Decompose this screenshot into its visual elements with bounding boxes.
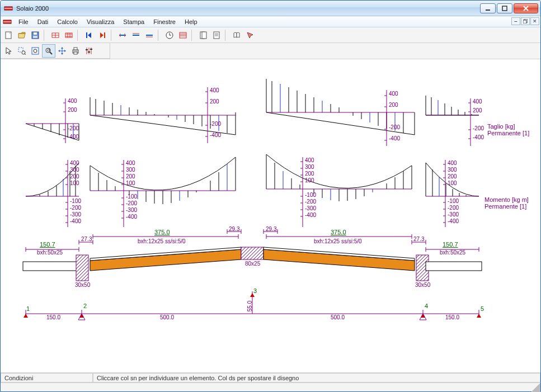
window-title: Solaio 2000 (16, 5, 480, 12)
tick: -200 (210, 121, 221, 127)
maximize-button[interactable] (497, 3, 512, 13)
svg-rect-25 (104, 32, 105, 38)
status-left: Condizioni (1, 373, 93, 382)
node-5: 5 (481, 305, 484, 312)
svg-rect-256 (241, 247, 264, 259)
beam3-button[interactable] (143, 29, 156, 42)
pan-button[interactable] (55, 44, 69, 58)
svg-rect-66 (86, 49, 88, 50)
tick: 400 (68, 98, 77, 104)
support-right-label: 30x50 (415, 282, 430, 288)
page-button[interactable] (210, 29, 223, 42)
tick: -400 (70, 218, 81, 224)
menu-dati[interactable]: Dati (33, 17, 53, 26)
svg-line-48 (25, 54, 26, 55)
menu-visualizza[interactable]: Visualizza (82, 17, 119, 26)
tick: -100 (448, 198, 459, 204)
tick: 200 (210, 98, 219, 105)
tick: -100 (305, 192, 316, 198)
tick: 200 (473, 107, 482, 114)
tick: -400 (126, 214, 137, 220)
nav-last-button[interactable] (96, 29, 109, 42)
tick: -100 (70, 198, 81, 204)
tick: -200 (305, 199, 316, 205)
close-button[interactable] (514, 3, 538, 13)
zoom-realtime-button[interactable]: a (42, 44, 55, 58)
axis-dim-2: 500.0 (160, 314, 174, 320)
save-button[interactable] (29, 29, 42, 42)
tick: -300 (305, 205, 316, 211)
svg-point-50 (34, 49, 37, 53)
clock-button[interactable] (163, 29, 176, 42)
center-label: 80x25 (245, 261, 260, 267)
mdi-close-button[interactable]: ✕ (530, 17, 539, 25)
doc-button[interactable] (196, 29, 210, 42)
dim-span2: 375.0 (331, 229, 346, 235)
tick: -400 (68, 134, 79, 140)
node-2: 2 (83, 303, 87, 309)
svg-marker-268 (23, 314, 28, 318)
settings-button[interactable] (82, 44, 96, 58)
svg-rect-68 (90, 49, 92, 50)
svg-rect-249 (23, 262, 79, 271)
svg-rect-23 (86, 32, 87, 38)
new-button[interactable] (2, 29, 15, 42)
tick: 400 (389, 91, 398, 97)
tick: 100 (70, 180, 79, 186)
node-3: 3 (253, 287, 257, 294)
tick: -200 (473, 125, 484, 131)
menu-help[interactable]: Help (180, 17, 202, 26)
tick: 300 (70, 167, 79, 173)
tick: -200 (126, 200, 137, 206)
zoom-window-button[interactable] (15, 44, 29, 58)
tick: 200 (389, 102, 398, 108)
scroll-corner (1, 382, 540, 391)
axis-center-h: 55.0 (247, 301, 253, 311)
titlebar[interactable]: Solaio 2000 (1, 1, 540, 16)
tick: 100 (448, 180, 457, 186)
dim-right-cant-sub: bxh:50x25 (440, 249, 465, 256)
table-button[interactable] (176, 29, 190, 42)
mdi-restore-button[interactable] (521, 17, 530, 25)
mdi-minimize-button[interactable]: ‒ (511, 17, 520, 25)
tick: 400 (210, 87, 219, 93)
menu-stampa[interactable]: Stampa (119, 17, 149, 26)
mdi-controls: ‒ ✕ (511, 17, 539, 25)
tick: -200 (70, 205, 81, 211)
node-4: 4 (425, 303, 428, 309)
menubar: File Dati Calcolo Visualizza Stampa Fine… (1, 16, 540, 27)
beam1-button[interactable] (116, 29, 129, 42)
dim-span1-sub: bxh:12x25 ss/si:5/0 (138, 238, 186, 244)
menu-finestre[interactable]: Finestre (149, 17, 180, 26)
grid1-button[interactable] (49, 29, 62, 42)
dim-gap-cr: 29.3 (266, 226, 276, 232)
zoom-extents-button[interactable] (29, 44, 42, 58)
book-button[interactable] (230, 29, 243, 42)
menu-file[interactable]: File (14, 17, 33, 26)
dim-left-cant: 150.7 (40, 241, 55, 248)
resize-grip[interactable] (531, 383, 540, 392)
tick: 300 (305, 164, 314, 170)
open-button[interactable] (15, 29, 29, 42)
svg-rect-37 (180, 32, 186, 38)
print-button[interactable] (69, 44, 82, 58)
tick: 400 (126, 160, 135, 166)
help-button[interactable] (243, 29, 257, 42)
view-toolbar: a (1, 43, 110, 59)
tick: -400 (448, 218, 459, 224)
tick: 400 (473, 98, 482, 105)
minimize-button[interactable] (480, 3, 496, 13)
menu-calcolo[interactable]: Calcolo (53, 17, 82, 26)
pointer-button[interactable] (2, 44, 15, 58)
svg-marker-57 (61, 53, 63, 55)
nav-first-button[interactable] (82, 29, 96, 42)
grid2-button[interactable] (62, 29, 76, 42)
svg-marker-59 (64, 50, 66, 52)
svg-rect-9 (523, 20, 526, 23)
beam2-button[interactable] (129, 29, 143, 42)
shear-label: Taglio [kg]Permanente [1] (487, 123, 529, 136)
dim-left-cant-sub: bxh:50x25 (37, 249, 63, 256)
drawing-canvas[interactable]: 400 200 -200 -400 400 200 -200 -400 400 … (1, 59, 540, 372)
main-toolbar (1, 27, 540, 43)
dim-span2-sub: bxh:12x25 ss/si:5/0 (314, 238, 362, 244)
